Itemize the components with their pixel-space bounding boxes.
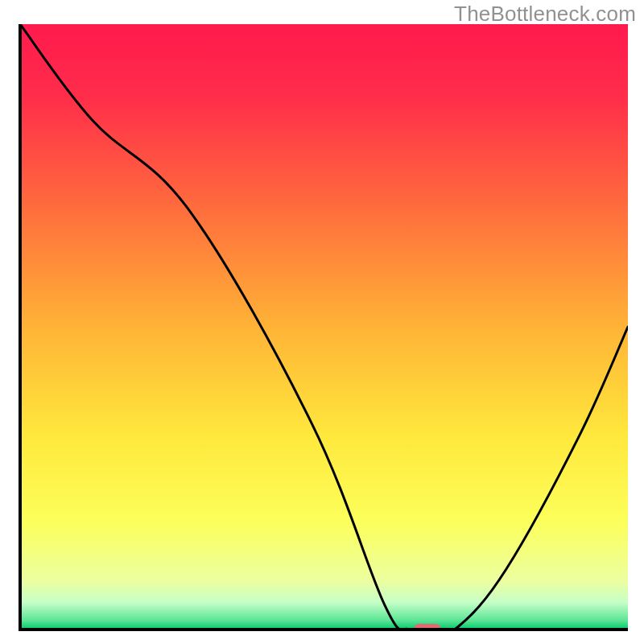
plot-area xyxy=(19,24,628,631)
chart-svg xyxy=(19,24,628,631)
chart-stage: TheBottleneck.com xyxy=(0,0,644,644)
watermark-text: TheBottleneck.com xyxy=(454,2,636,27)
gradient-bg xyxy=(20,24,628,630)
